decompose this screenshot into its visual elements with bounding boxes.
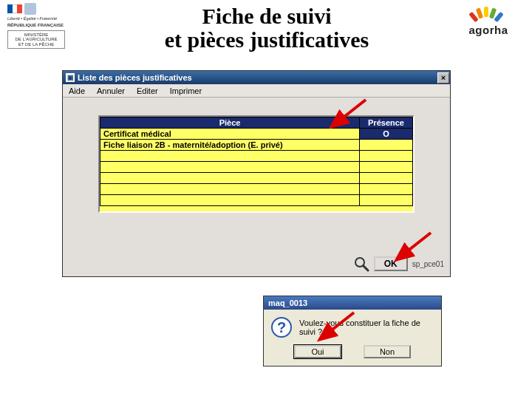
ministry-box: MINISTÈRE DE L'AGRICULTURE ET DE LA PÊCH… [7,30,65,50]
ok-area: OK sp_pce01 [353,256,444,272]
piece-cell[interactable] [100,195,360,206]
app-window: ▣ Liste des pièces justificatives × Aide… [62,70,451,277]
ministry-line: ET DE LA PÊCHE [10,42,63,47]
agorha-arc-icon [460,6,517,24]
menu-imprimer[interactable]: Imprimer [164,84,208,97]
table-row[interactable] [100,173,413,184]
ministry-line: MINISTÈRE [10,33,63,38]
agorha-logo: agorha [460,3,517,36]
piece-cell[interactable] [100,184,360,195]
window-icon: ▣ [66,73,75,82]
presence-cell[interactable] [360,151,413,162]
presence-cell[interactable] [360,173,413,184]
presence-cell[interactable] [360,140,413,151]
col-presence-header[interactable]: Présence [360,117,413,129]
piece-cell[interactable]: Certificat médical [100,129,360,140]
gov-logo-block: Liberté • Égalité • Fraternité RÉPUBLIQU… [7,3,74,49]
marianne-icon [24,3,36,15]
dialog-yes-button[interactable]: Oui [294,345,341,358]
pieces-table: Pièce Présence Certificat médical O Fich… [100,117,413,206]
col-piece-header[interactable]: Pièce [100,117,360,129]
menu-editer[interactable]: Editer [131,84,164,97]
table-row[interactable]: Fiche liaison 2B - maternité/adoption (E… [100,140,413,151]
menu-aide[interactable]: Aide [63,84,91,97]
table-row[interactable] [100,184,413,195]
dialog-text: Voulez-vous constituer la fiche de suivi… [299,318,434,336]
table-row[interactable] [100,162,413,173]
menubar: Aide Annuler Editer Imprimer [63,84,450,98]
dialog-titlebar[interactable]: maq_0013 [264,296,441,310]
ok-button[interactable]: OK [374,256,408,271]
question-icon: ? [271,317,292,338]
window-titlebar[interactable]: ▣ Liste des pièces justificatives × [63,71,450,84]
presence-cell[interactable] [360,162,413,173]
window-body: Pièce Présence Certificat médical O Fich… [63,98,450,276]
presence-cell[interactable] [360,184,413,195]
confirm-dialog: maq_0013 ? Voulez-vous constituer la fic… [263,296,442,366]
sp-label: sp_pce01 [412,260,444,268]
agorha-brand-text: agorha [460,24,517,36]
pieces-table-wrap: Pièce Présence Certificat médical O Fich… [98,115,415,213]
slide-title: Fiche de suivi et pièces justificatives [165,3,369,51]
piece-cell[interactable]: Fiche liaison 2B - maternité/adoption (E… [100,140,360,151]
motto-text: Liberté • Égalité • Fraternité [7,16,74,21]
menu-annuler[interactable]: Annuler [91,84,131,97]
ministry-line: DE L'AGRICULTURE [10,37,63,42]
dialog-title-text: maq_0013 [268,299,307,307]
dialog-no-button[interactable]: Non [364,345,411,358]
piece-cell[interactable] [100,151,360,162]
presence-cell[interactable] [360,195,413,206]
piece-cell[interactable] [100,162,360,173]
piece-cell[interactable] [100,173,360,184]
presence-cell[interactable]: O [360,129,413,140]
window-title: Liste des pièces justificatives [78,73,192,82]
magnifier-icon[interactable] [353,256,369,272]
table-row[interactable]: Certificat médical O [100,129,413,140]
close-button[interactable]: × [437,72,449,83]
slide-header: Liberté • Égalité • Fraternité RÉPUBLIQU… [0,0,532,50]
table-row[interactable] [100,195,413,206]
title-line: et pièces justificatives [165,28,369,52]
france-flag-icon [7,4,22,13]
svg-line-1 [364,266,368,270]
table-row[interactable] [100,151,413,162]
title-line: Fiche de suivi [165,4,369,28]
republic-text: RÉPUBLIQUE FRANÇAISE [7,23,74,28]
